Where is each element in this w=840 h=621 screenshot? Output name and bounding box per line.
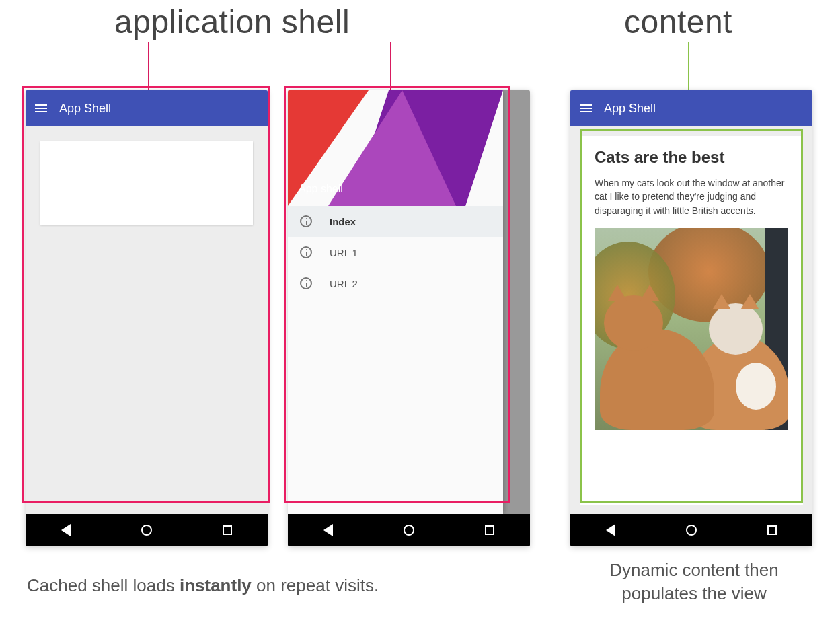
connector-line: [148, 42, 149, 91]
caption-text: on repeat visits.: [252, 575, 379, 595]
nav-back-button[interactable]: [571, 514, 651, 546]
heading-application-shell: application shell: [114, 3, 350, 40]
info-icon: [300, 215, 312, 227]
nav-recent-button[interactable]: [188, 514, 268, 546]
caption-emphasis: instantly: [180, 575, 252, 595]
android-nav-bar: [288, 514, 530, 546]
caption-content: Dynamic content then populates the view: [580, 558, 808, 606]
nav-home-button[interactable]: [107, 514, 187, 546]
article-body: When my cats look out the window at anot…: [595, 176, 788, 217]
drawer-item-label: URL 1: [330, 247, 358, 258]
app-bar-title: App Shell: [59, 102, 111, 116]
placeholder-card: [40, 141, 253, 225]
article-title: Cats are the best: [595, 148, 788, 167]
drawer-item-label: Index: [330, 216, 356, 227]
article-image: [595, 228, 788, 430]
drawer-header-title: App shell: [299, 183, 343, 195]
caption-text: Cached shell loads: [27, 575, 180, 595]
android-nav-bar: [570, 514, 812, 546]
hamburger-icon[interactable]: [580, 104, 592, 112]
phone-body: App shell Index URL 1 URL 2: [288, 90, 530, 514]
drawer-item-url2[interactable]: URL 2: [288, 268, 503, 299]
android-nav-bar: [26, 514, 268, 546]
phone-mockup-empty-shell: App Shell: [26, 90, 268, 546]
nav-home-button[interactable]: [369, 514, 449, 546]
drawer-item-label: URL 2: [330, 278, 358, 289]
heading-content: content: [624, 3, 732, 40]
hamburger-icon[interactable]: [35, 104, 47, 112]
app-bar: App Shell: [570, 90, 812, 126]
phone-body: Cats are the best When my cats look out …: [570, 126, 812, 514]
drawer-list: Index URL 1 URL 2: [288, 206, 503, 299]
content-card: Cats are the best When my cats look out …: [580, 136, 803, 505]
app-bar-title: App Shell: [604, 102, 656, 116]
info-icon: [300, 246, 312, 258]
app-bar: App Shell: [26, 90, 268, 126]
connector-line: [390, 42, 391, 91]
nav-recent-button[interactable]: [732, 514, 812, 546]
info-icon: [300, 277, 312, 289]
nav-home-button[interactable]: [652, 514, 732, 546]
scrim[interactable]: [503, 90, 530, 514]
phone-mockup-content: App Shell Cats are the best When my cats…: [570, 90, 812, 546]
nav-back-button[interactable]: [289, 514, 369, 546]
nav-back-button[interactable]: [26, 514, 106, 546]
phone-mockup-drawer: App shell Index URL 1 URL 2: [288, 90, 530, 546]
caption-shell: Cached shell loads instantly on repeat v…: [27, 575, 379, 596]
drawer-item-index[interactable]: Index: [288, 206, 503, 237]
nav-recent-button[interactable]: [450, 514, 530, 546]
nav-drawer: App shell Index URL 1 URL 2: [288, 90, 503, 514]
drawer-item-url1[interactable]: URL 1: [288, 237, 503, 268]
phone-body: [26, 126, 268, 514]
drawer-header: App shell: [288, 90, 503, 206]
